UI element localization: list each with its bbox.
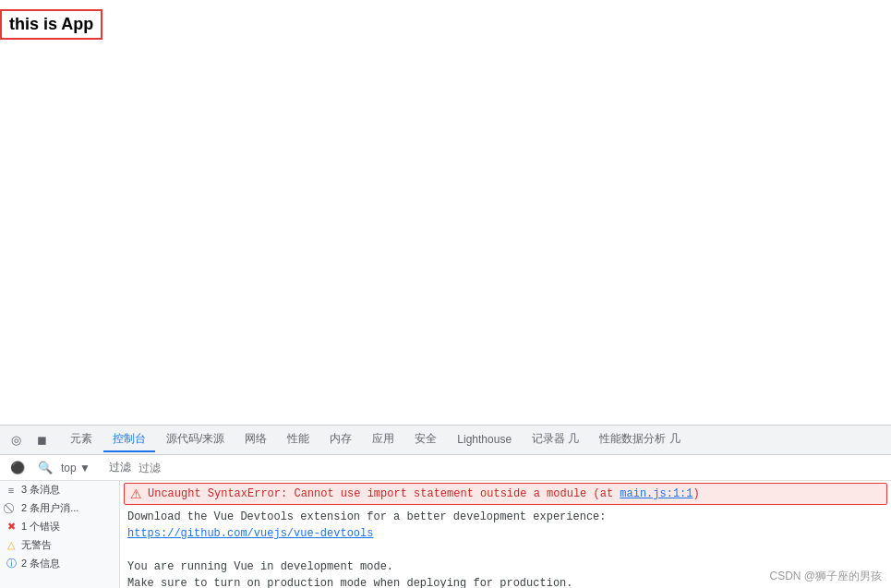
error-circle-icon: ⚠: [130, 486, 142, 501]
left-panel-item-info[interactable]: ⓘ 2 条信息: [0, 555, 119, 573]
tab-application[interactable]: 应用: [363, 427, 403, 452]
left-panel-item-errors[interactable]: ✖ 1 个错误: [0, 518, 119, 536]
filter-button[interactable]: 🔍: [33, 456, 57, 480]
error-row: ⚠ Uncaught SyntaxError: Cannot use impor…: [124, 483, 887, 505]
tab-memory[interactable]: 内存: [320, 427, 361, 452]
left-panel-item-user-messages[interactable]: ⃠ 2 条用户消...: [0, 499, 119, 518]
csdn-watermark: CSDN @狮子座的男孩: [769, 569, 882, 584]
error-message-text: Uncaught SyntaxError: Cannot use import …: [148, 487, 700, 500]
app-title: this is App: [0, 9, 102, 40]
devtools-body: ≡ 3 条消息 ⃠ 2 条用户消... ✖ 1 个错误 △ 无警告 ⓘ 2 条信…: [0, 481, 891, 588]
inspect-element-button[interactable]: ◎: [4, 428, 28, 452]
warnings-icon: △: [4, 539, 18, 551]
devtools-panel: ◎ ◼ 元素 控制台 源代码/来源 网络 性能 内存 应用 安全 Lightho…: [0, 425, 891, 588]
filter-placeholder-text: 过滤: [109, 461, 131, 474]
tab-elements[interactable]: 元素: [61, 427, 102, 452]
messages-icon: ≡: [4, 485, 18, 496]
vue-devtools-link[interactable]: https://github.com/vuejs/vue-devtools: [127, 527, 373, 540]
tab-perf-insights[interactable]: 性能数据分析 几: [590, 427, 689, 452]
console-line-1: https://github.com/vuejs/vue-devtools: [127, 525, 884, 542]
messages-label: 3 条消息: [21, 483, 60, 497]
tab-lighthouse[interactable]: Lighthouse: [448, 429, 521, 451]
app-area: this is App: [0, 0, 891, 425]
devtools-toolbar: ◎ ◼ 元素 控制台 源代码/来源 网络 性能 内存 应用 安全 Lightho…: [0, 426, 891, 455]
errors-icon: ✖: [4, 521, 18, 533]
warnings-label: 无警告: [21, 538, 52, 552]
filter-label: 过滤: [109, 460, 131, 475]
filter-input[interactable]: [138, 459, 323, 477]
left-panel: ≡ 3 条消息 ⃠ 2 条用户消... ✖ 1 个错误 △ 无警告 ⓘ 2 条信…: [0, 481, 120, 588]
top-dropdown-label[interactable]: top ▼: [61, 462, 90, 474]
left-panel-item-messages[interactable]: ≡ 3 条消息: [0, 481, 119, 499]
left-panel-item-warnings[interactable]: △ 无警告: [0, 536, 119, 555]
tab-performance[interactable]: 性能: [278, 427, 319, 452]
device-toggle-button[interactable]: ◼: [30, 428, 54, 452]
info-icon: ⓘ: [4, 557, 18, 570]
tab-network[interactable]: 网络: [235, 427, 276, 452]
clear-console-button[interactable]: ⚫: [6, 456, 30, 480]
error-file-link[interactable]: main.js:1:1: [620, 487, 692, 500]
user-messages-icon: ⃠: [4, 502, 18, 514]
tab-recorder[interactable]: 记录器 几: [523, 427, 588, 452]
console-line-0: Download the Vue Devtools extension for …: [127, 509, 884, 525]
tab-console[interactable]: 控制台: [103, 427, 155, 452]
errors-label: 1 个错误: [21, 520, 60, 534]
devtools-subbar: ⚫ 🔍 top ▼ 过滤: [0, 455, 891, 481]
console-line-blank: [127, 542, 884, 558]
info-label: 2 条信息: [21, 557, 60, 570]
tab-sources[interactable]: 源代码/来源: [157, 427, 234, 452]
app-title-text: this is App: [9, 15, 93, 33]
tab-security[interactable]: 安全: [405, 427, 446, 452]
user-messages-label: 2 条用户消...: [21, 501, 78, 515]
